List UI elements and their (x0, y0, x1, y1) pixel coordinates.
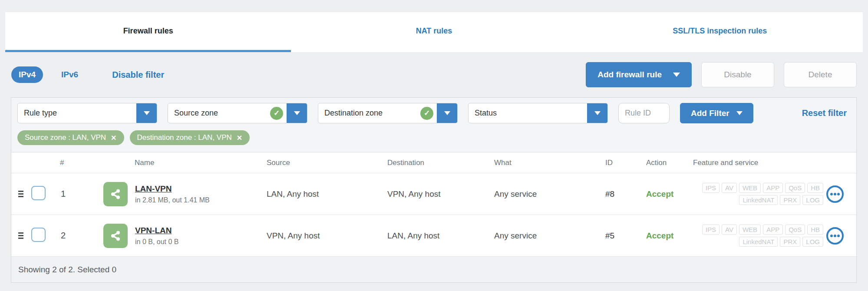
col-action: Action (642, 159, 693, 167)
table-footer: Showing 2 of 2. Selected 0 (11, 257, 856, 282)
rule-action: Accept (642, 231, 693, 241)
toolbar-left: IPv4 IPv6 Disable filter (11, 66, 164, 83)
table-header: # Name Source Destination What ID Action… (11, 152, 856, 173)
rule-id: #8 (601, 189, 642, 199)
feature-badge: LinkedNAT (739, 237, 778, 247)
drag-handle[interactable] (18, 232, 24, 239)
feature-badges: IPS AV WEB APP QoS HB LinkedNAT PRX LOG (693, 225, 823, 247)
chip-label: Destination zone : LAN, VPN (137, 133, 232, 142)
filter-active-check-icon: ✓ (420, 107, 433, 120)
rule-source: LAN, Any host (265, 189, 386, 199)
row-checkbox[interactable] (31, 186, 46, 200)
rule-what: Any service (492, 189, 601, 199)
col-what: What (492, 159, 601, 167)
disable-filter-link[interactable]: Disable filter (112, 70, 164, 80)
row-menu-button[interactable] (826, 185, 844, 203)
feature-badge: HB (807, 225, 823, 235)
share-icon (103, 224, 128, 248)
chevron-down-icon (444, 111, 450, 115)
feature-badge: AV (722, 183, 737, 193)
feature-badge: PRX (780, 195, 800, 205)
row-checkbox[interactable] (31, 228, 46, 242)
rule-id: #5 (601, 231, 642, 241)
source-zone-filter-chip[interactable]: Source zone : LAN, VPN ✕ (17, 130, 124, 145)
ipv6-toggle[interactable]: IPv6 (61, 70, 78, 79)
filter-area: Rule type Source zone ✓ Destination zone… (11, 98, 856, 152)
add-filter-label: Add Filter (691, 109, 729, 118)
tab-label: Firewall rules (123, 26, 173, 36)
col-features: Feature and service (693, 159, 823, 167)
feature-badges: IPS AV WEB APP QoS HB LinkedNAT PRX LOG (693, 183, 823, 205)
feature-badge: LOG (802, 195, 823, 205)
row-index: 1 (54, 189, 78, 199)
rule-source: VPN, Any host (265, 231, 386, 241)
feature-badge: AV (722, 225, 737, 235)
chevron-down-icon (144, 111, 150, 115)
feature-badge: QoS (785, 183, 805, 193)
delete-button[interactable]: Delete (784, 62, 857, 87)
status-dropdown-label: Status (469, 109, 587, 118)
chevron-down-icon (736, 111, 743, 115)
source-zone-dropdown[interactable]: Source zone ✓ (168, 103, 307, 123)
filter-row: Rule type Source zone ✓ Destination zone… (11, 98, 856, 127)
disable-button[interactable]: Disable (701, 62, 774, 87)
add-firewall-rule-button[interactable]: Add firewall rule (586, 62, 692, 87)
col-index: # (54, 159, 78, 167)
status-dropdown[interactable]: Status (468, 103, 608, 123)
destination-zone-filter-chip[interactable]: Destination zone : LAN, VPN ✕ (130, 130, 250, 145)
col-id: ID (601, 159, 642, 167)
tab-label: SSL/TLS inspection rules (673, 26, 767, 36)
active-filter-chips: Source zone : LAN, VPN ✕ Destination zon… (11, 127, 856, 152)
tab-label: NAT rules (416, 26, 452, 36)
chevron-down-icon (294, 111, 300, 115)
col-destination: Destination (386, 159, 492, 167)
dropdown-toggle-button[interactable] (437, 103, 457, 123)
reset-filter-link[interactable]: Reset filter (802, 108, 847, 118)
add-firewall-rule-label: Add firewall rule (597, 70, 662, 79)
destination-zone-dropdown[interactable]: Destination zone ✓ (318, 103, 458, 123)
feature-badge: WEB (739, 183, 761, 193)
close-icon[interactable]: ✕ (237, 134, 242, 142)
filter-active-check-icon: ✓ (270, 107, 283, 120)
rule-what: Any service (492, 231, 601, 241)
table-row: 2 VPN-LAN in 0 B, out 0 B VPN, Any host … (11, 215, 856, 257)
feature-badge: IPS (702, 183, 719, 193)
tab-firewall-rules[interactable]: Firewall rules (5, 12, 291, 52)
destination-zone-dropdown-label: Destination zone (318, 109, 420, 118)
drag-handle[interactable] (18, 191, 24, 197)
feature-badge: IPS (702, 225, 719, 235)
share-icon (103, 182, 128, 206)
feature-badge: LinkedNAT (739, 195, 778, 205)
rule-destination: LAN, Any host (386, 231, 492, 241)
rule-action: Accept (642, 189, 693, 199)
rule-traffic: in 2.81 MB, out 1.41 MB (135, 196, 210, 204)
toolbar: IPv4 IPv6 Disable filter Add firewall ru… (5, 52, 863, 97)
rule-name-link[interactable]: LAN-VPN (135, 184, 172, 194)
row-menu-button[interactable] (826, 227, 844, 245)
feature-badge: APP (763, 183, 783, 193)
rule-type-dropdown[interactable]: Rule type (17, 103, 157, 123)
dropdown-toggle-button[interactable] (136, 103, 157, 123)
rule-id-input[interactable] (618, 103, 670, 123)
tab-ssl-tls-inspection-rules[interactable]: SSL/TLS inspection rules (577, 12, 863, 52)
tab-nat-rules[interactable]: NAT rules (291, 12, 577, 52)
rule-traffic: in 0 B, out 0 B (135, 238, 179, 246)
chip-label: Source zone : LAN, VPN (25, 133, 106, 142)
rule-name-link[interactable]: VPN-LAN (135, 226, 172, 235)
feature-badge: PRX (780, 237, 800, 247)
dropdown-toggle-button[interactable] (587, 103, 607, 123)
tab-bar: Firewall rules NAT rules SSL/TLS inspect… (5, 12, 863, 52)
dropdown-toggle-button[interactable] (287, 103, 307, 123)
rule-destination: VPN, Any host (386, 189, 492, 199)
ipv4-toggle[interactable]: IPv4 (11, 66, 43, 83)
row-count-status: Showing 2 of 2. Selected 0 (18, 265, 116, 274)
firewall-rules-panel: Rule type Source zone ✓ Destination zone… (11, 97, 857, 283)
close-icon[interactable]: ✕ (111, 134, 116, 142)
chevron-down-icon (594, 111, 601, 115)
col-name: Name (78, 159, 265, 167)
feature-badge: WEB (739, 225, 761, 235)
rule-type-dropdown-label: Rule type (18, 109, 136, 118)
feature-badge: QoS (785, 225, 805, 235)
table-row: 1 LAN-VPN in 2.81 MB, out 1.41 MB LAN, A… (11, 173, 856, 215)
add-filter-button[interactable]: Add Filter (680, 103, 753, 123)
